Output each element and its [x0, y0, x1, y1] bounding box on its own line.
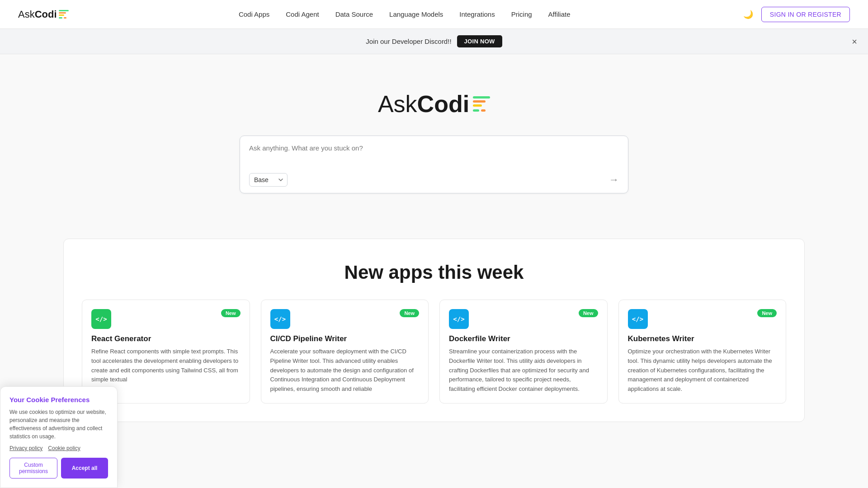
cookie-banner: Your Cookie Preferences We use cookies t…	[0, 386, 118, 449]
new-apps-title: New apps this week	[82, 262, 786, 283]
cookie-links: Privacy policy Cookie policy	[9, 445, 108, 449]
cookie-title: Your Cookie Preferences	[9, 396, 108, 404]
app-name: React Generator	[91, 334, 241, 343]
nav-codi-apps[interactable]: Codi Apps	[239, 10, 269, 18]
cookie-description: We use cookies to optimize our website, …	[9, 408, 108, 441]
app-desc: Accelerate your software deployment with…	[270, 347, 420, 394]
new-badge: New	[221, 309, 241, 317]
navbar: Ask Codi Codi Apps Codi Agent Data Sourc…	[0, 0, 868, 29]
logo-bar-b1	[59, 17, 62, 19]
banner-close-button[interactable]: ×	[852, 37, 857, 46]
code-icon: </>	[632, 315, 643, 323]
logo-bar-2	[59, 12, 66, 14]
nav-data-source[interactable]: Data Source	[335, 10, 373, 18]
app-desc: Optimize your orchestration with the Kub…	[628, 347, 777, 394]
signin-button[interactable]: SIGN IN OR REGISTER	[761, 7, 850, 22]
nav-integrations[interactable]: Integrations	[459, 10, 495, 18]
new-apps-container: New apps this week </> New React Generat…	[63, 239, 805, 422]
logo-bar-b2	[64, 17, 66, 19]
app-icon-dockerfile: </>	[449, 309, 469, 329]
banner-join-button[interactable]: JOIN NOW	[457, 35, 502, 47]
cookie-policy-link[interactable]: Cookie policy	[48, 445, 80, 449]
search-footer: Base GPT-4 Claude Gemini →	[249, 173, 619, 187]
hero-bar-1	[473, 96, 490, 99]
search-input[interactable]	[249, 144, 619, 166]
hero-bar-2	[473, 100, 486, 103]
nav-actions: 🌙 SIGN IN OR REGISTER	[741, 7, 850, 22]
model-select[interactable]: Base GPT-4 Claude Gemini	[249, 173, 288, 187]
logo[interactable]: Ask Codi	[18, 9, 69, 20]
new-apps-section: New apps this week </> New React Generat…	[0, 221, 868, 449]
app-icon-cicd: </>	[270, 309, 290, 329]
app-desc: Refine React components with simple text…	[91, 347, 241, 385]
logo-bar-1	[59, 10, 69, 11]
logo-codi: Codi	[35, 9, 57, 20]
app-desc: Streamline your containerization process…	[449, 347, 598, 394]
logo-bar-bottom	[59, 17, 69, 19]
nav-codi-agent[interactable]: Codi Agent	[286, 10, 319, 18]
app-name: CI/CD Pipeline Writer	[270, 334, 420, 343]
hero-ask: Ask	[378, 90, 417, 117]
code-icon: </>	[274, 315, 286, 323]
logo-ask: Ask	[18, 9, 35, 20]
search-submit-button[interactable]: →	[609, 174, 619, 186]
app-name: Dockerfile Writer	[449, 334, 598, 343]
hero-bar-b2	[481, 109, 486, 112]
hero-bar-3	[473, 104, 482, 107]
logo-bars-icon	[59, 10, 69, 19]
app-icon-react: </>	[91, 309, 111, 329]
nav-pricing[interactable]: Pricing	[511, 10, 532, 18]
search-box: Base GPT-4 Claude Gemini →	[240, 136, 628, 193]
apps-grid: </> New React Generator Refine React com…	[82, 300, 786, 404]
app-card-dockerfile[interactable]: </> New Dockerfile Writer Streamline you…	[439, 300, 608, 404]
app-icon-kubernetes: </>	[628, 309, 648, 329]
app-card-header: </> New	[628, 309, 777, 329]
hero-bar-bottom	[473, 109, 490, 112]
app-card-header: </> New	[449, 309, 598, 329]
banner-text: Join our Developer Discord!!	[366, 38, 451, 45]
nav-links: Codi Apps Codi Agent Data Source Languag…	[239, 10, 571, 18]
new-badge: New	[579, 309, 598, 317]
hero-codi: Codi	[417, 90, 470, 117]
app-card-cicd[interactable]: </> New CI/CD Pipeline Writer Accelerate…	[261, 300, 429, 404]
app-card-header: </> New	[270, 309, 420, 329]
hero-section: Ask Codi Base GPT-4 Claude Gemini →	[0, 54, 868, 221]
privacy-policy-link[interactable]: Privacy policy	[9, 445, 42, 449]
code-icon: </>	[453, 315, 464, 323]
hero-bar-b1	[473, 109, 479, 112]
hero-bars-icon	[473, 96, 490, 112]
new-badge: New	[757, 309, 777, 317]
new-badge: New	[400, 309, 419, 317]
nav-affiliate[interactable]: Affiliate	[548, 10, 571, 18]
app-card-header: </> New	[91, 309, 241, 329]
logo-bar-3	[59, 14, 64, 16]
announcement-banner: Join our Developer Discord!! JOIN NOW ×	[0, 29, 868, 54]
code-icon: </>	[95, 315, 107, 323]
app-name: Kubernetes Writer	[628, 334, 777, 343]
dark-mode-toggle[interactable]: 🌙	[741, 7, 756, 22]
app-card-kubernetes[interactable]: </> New Kubernetes Writer Optimize your …	[618, 300, 787, 404]
nav-language-models[interactable]: Language Models	[389, 10, 443, 18]
hero-logo: Ask Codi	[378, 90, 490, 117]
